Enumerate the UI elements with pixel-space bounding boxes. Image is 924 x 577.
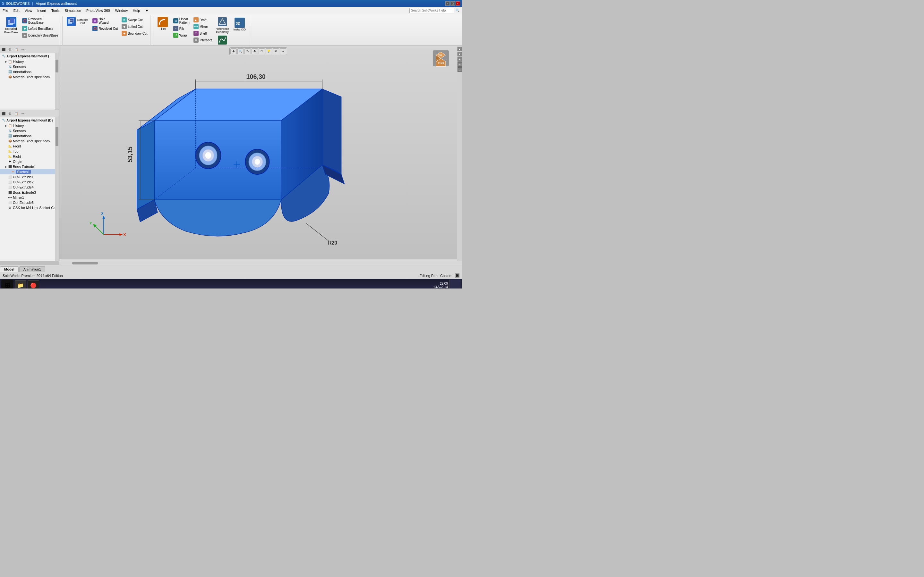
vp-tool-zoom-in[interactable]: 🔍 bbox=[237, 48, 244, 54]
menu-simulation[interactable]: Simulation bbox=[62, 7, 84, 14]
tree-item-annotations-bottom[interactable]: 🔤 Annotations bbox=[0, 133, 55, 139]
menu-file[interactable]: File bbox=[0, 7, 11, 14]
horizontal-scrollbar[interactable] bbox=[59, 261, 462, 265]
tree-item-origin[interactable]: ✚ Origin bbox=[0, 159, 55, 164]
instant3d-button[interactable]: 3D Instant3D bbox=[232, 17, 248, 32]
viewport[interactable]: 106,30 53,15 R20 X Y bbox=[59, 46, 457, 261]
panel-tool-b1[interactable]: ⬛ bbox=[1, 111, 6, 117]
shell-label: Shell bbox=[200, 32, 207, 35]
panel-tool-b4[interactable]: ✏ bbox=[20, 111, 26, 117]
tree-item-csk[interactable]: ⚙ CSK for M4 Hex Socket Counte bbox=[0, 205, 55, 210]
tree-item-boss-extrude1[interactable]: ▶ ⬛ Boss-Extrude1 bbox=[0, 164, 55, 169]
boundary-boss-label: Boundary Boss/Base bbox=[28, 34, 58, 37]
tree-item-cut-extrude4[interactable]: ⬜ Cut-Extrude4 bbox=[0, 185, 55, 190]
tree-item-cut-extrude2[interactable]: ⬜ Cut-Extrude2 bbox=[0, 179, 55, 185]
wrap-button[interactable]: ↺ Wrap bbox=[172, 32, 191, 39]
tree-item-top[interactable]: 📐 Top bbox=[0, 149, 55, 154]
h-scroll-thumb[interactable] bbox=[72, 262, 98, 264]
panel-tool-b3[interactable]: 📋 bbox=[13, 111, 19, 117]
right-panel-btn-3[interactable]: ⊕ bbox=[457, 57, 462, 61]
panel-tool-1[interactable]: ⬛ bbox=[1, 47, 6, 53]
orientation-cube[interactable]: Front Top bbox=[431, 49, 451, 68]
maximize-button[interactable]: □ bbox=[451, 1, 455, 6]
swept-cut-button[interactable]: ↺ Swept Cut bbox=[120, 17, 149, 23]
reference-geometry-button[interactable]: ReferenceGeometry bbox=[214, 17, 230, 34]
show-desktop-button[interactable] bbox=[449, 279, 461, 288]
titlebar: S SOLIDWORKS | Airport Express wallmount… bbox=[0, 0, 462, 7]
menu-photoview[interactable]: PhotoView 360 bbox=[84, 7, 113, 14]
tree-item-cut-extrude5[interactable]: ⬜ Cut-Extrude5 bbox=[0, 200, 55, 205]
menu-insert[interactable]: Insert bbox=[35, 7, 49, 14]
panel-tool-b2[interactable]: ⚙ bbox=[7, 111, 13, 117]
right-panel-btn-1[interactable]: ▲ bbox=[457, 47, 462, 51]
tree-item-history-top[interactable]: ▶ 📋 History bbox=[0, 59, 55, 64]
vp-tool-hide[interactable]: 👁 bbox=[273, 48, 279, 54]
menu-tools[interactable]: Tools bbox=[49, 7, 62, 14]
vp-tool-section[interactable]: ✂ bbox=[280, 48, 286, 54]
panel-tool-3[interactable]: 📋 bbox=[13, 47, 19, 53]
tree-item-sketch1[interactable]: ✏ Sketch1 bbox=[0, 169, 55, 174]
tree-label-sensors-top: Sensors bbox=[13, 65, 26, 69]
vp-tool-rotate[interactable]: ↻ bbox=[244, 48, 251, 54]
vp-tool-zoom-fit[interactable]: ⊕ bbox=[230, 48, 237, 54]
lofted-boss-label: Lofted Boss/Base bbox=[28, 27, 53, 31]
rib-button[interactable]: ≡ Rib bbox=[172, 25, 191, 32]
solidworks-taskbar-button[interactable]: 🔴 bbox=[27, 280, 39, 288]
panel-scrollbar-top[interactable] bbox=[55, 53, 59, 110]
menubar: File Edit View Insert Tools Simulation P… bbox=[0, 7, 462, 14]
tree-root-bottom[interactable]: 🔧 Airport Express wallmount (De bbox=[0, 117, 55, 123]
lofted-cut-button[interactable]: ◆ Lofted Cut bbox=[120, 23, 149, 30]
extruded-cut-button[interactable]: ExtrudedCut bbox=[65, 16, 90, 27]
vp-tool-pan[interactable]: ✥ bbox=[252, 48, 258, 54]
shell-button[interactable]: □ Shell bbox=[192, 30, 213, 37]
resize-btn[interactable]: ⊞ bbox=[455, 274, 459, 278]
start-button[interactable]: ⊞ bbox=[1, 279, 13, 288]
svg-rect-3 bbox=[70, 18, 74, 22]
menu-help[interactable]: Help bbox=[130, 7, 143, 14]
fillet-button[interactable]: Fillet bbox=[155, 16, 171, 31]
close-button[interactable]: × bbox=[456, 1, 460, 6]
tree-item-right[interactable]: 📐 Right bbox=[0, 154, 55, 159]
search-input[interactable] bbox=[409, 8, 454, 13]
tree-item-sensors-top[interactable]: 📡 Sensors bbox=[0, 64, 55, 69]
right-panel-btn-5[interactable]: □ bbox=[457, 67, 462, 72]
menu-arrow[interactable]: ▼ bbox=[142, 7, 151, 14]
tree-item-annotations-top[interactable]: 🔤 Annotations bbox=[0, 69, 55, 74]
vp-tool-display[interactable]: □ bbox=[258, 48, 265, 54]
panel-scrollbar-bottom[interactable] bbox=[55, 117, 59, 261]
document-title: Airport Express wallmount bbox=[36, 2, 77, 5]
boundary-cut-button[interactable]: ◈ Boundary Cut bbox=[120, 30, 149, 37]
minimize-button[interactable]: − bbox=[445, 1, 450, 6]
file-explorer-button[interactable]: 📁 bbox=[15, 280, 26, 288]
menu-view[interactable]: View bbox=[22, 7, 35, 14]
menu-edit[interactable]: Edit bbox=[11, 7, 22, 14]
tab-model[interactable]: Model bbox=[0, 266, 19, 272]
revolved-boss-base-button[interactable]: ⭕ RevolvedBoss/Base bbox=[21, 17, 59, 25]
boundary-boss-base-button[interactable]: ◈ Boundary Boss/Base bbox=[21, 32, 59, 39]
intersect-button[interactable]: ⊗ Intersect bbox=[192, 37, 213, 43]
tree-item-cut-extrude1[interactable]: ⬜ Cut-Extrude1 bbox=[0, 174, 55, 179]
lofted-boss-base-button[interactable]: ◆ Lofted Boss/Base bbox=[21, 25, 59, 32]
revolved-cut-button[interactable]: ⭕ Revolved Cut bbox=[91, 25, 119, 32]
menu-window[interactable]: Window bbox=[113, 7, 130, 14]
mirror-button[interactable]: ⟺ Mirror bbox=[192, 23, 213, 30]
extruded-boss-base-button[interactable]: ExtrudedBoss/Base bbox=[3, 16, 19, 35]
tab-animation1[interactable]: Animation1 bbox=[19, 266, 45, 272]
tree-item-front[interactable]: 📐 Front bbox=[0, 143, 55, 149]
draft-button[interactable]: ◣ Draft bbox=[192, 17, 213, 23]
tree-item-boss-extrude3[interactable]: ⬛ Boss-Extrude3 bbox=[0, 190, 55, 195]
panel-tool-2[interactable]: ⚙ bbox=[7, 47, 13, 53]
tree-item-sensors-bottom[interactable]: 📡 Sensors bbox=[0, 128, 55, 133]
tree-root-top[interactable]: 🔧 Airport Express wallmount ( bbox=[0, 53, 55, 59]
tree-item-history-bottom[interactable]: ▶ 📋 History bbox=[0, 123, 55, 128]
vp-tool-lights[interactable]: 💡 bbox=[266, 48, 272, 54]
right-panel: ▲ ▼ ⊕ ⊖ □ bbox=[457, 46, 462, 261]
right-panel-btn-2[interactable]: ▼ bbox=[457, 52, 462, 56]
tree-item-material-bottom[interactable]: 📦 Material <not specified> bbox=[0, 139, 55, 143]
right-panel-btn-4[interactable]: ⊖ bbox=[457, 62, 462, 67]
hole-wizard-button[interactable]: ⚙ HoleWizard bbox=[91, 17, 119, 25]
tree-item-mirror1[interactable]: ⟺ Mirror1 bbox=[0, 195, 55, 200]
panel-tool-4[interactable]: ✏ bbox=[20, 47, 26, 53]
linear-pattern-button[interactable]: ⊞ LinearPattern bbox=[172, 17, 191, 25]
tree-item-material-top[interactable]: 📦 Material <not specified> bbox=[0, 74, 55, 79]
